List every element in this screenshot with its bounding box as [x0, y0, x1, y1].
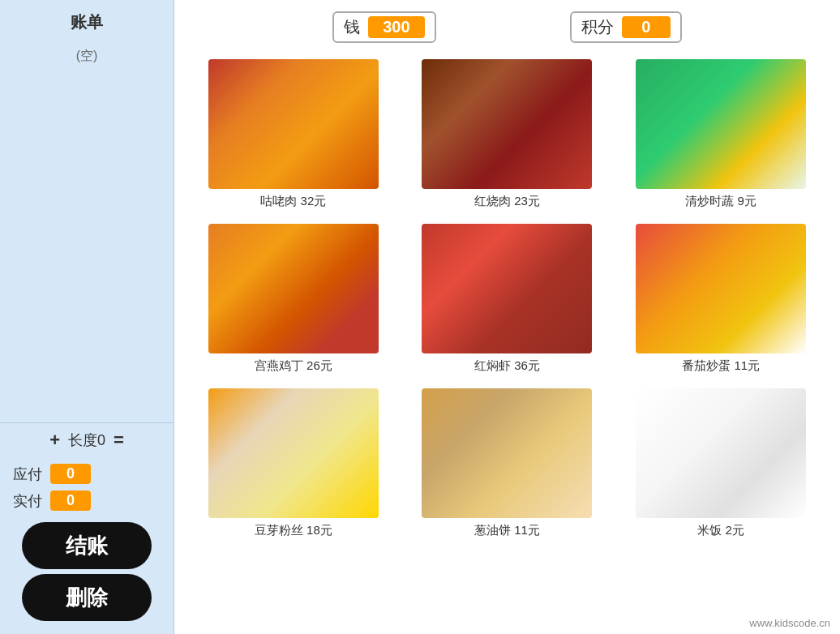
food-item-gongyan[interactable]: 宫燕鸡丁 26元 [191, 224, 396, 374]
food-name-gongyan: 宫燕鸡丁 26元 [255, 358, 332, 374]
food-name-gulu: 咕咾肉 32元 [260, 194, 326, 209]
food-image-fanqie [636, 224, 806, 353]
main-content: 钱 300 积分 0 咕咾肉 32元红烧肉 23元清炒时蔬 9元宫燕鸡丁 26元… [174, 0, 840, 634]
points-badge: 0 [622, 16, 671, 38]
sidebar-length-label: 长度0 [68, 431, 105, 450]
food-item-mifan[interactable]: 米饭 2元 [618, 388, 824, 538]
food-name-cong: 葱油饼 11元 [474, 523, 540, 538]
sidebar-pay-section: 应付 0 实付 0 [0, 457, 174, 517]
food-image-hongshao [422, 59, 592, 189]
food-item-fanqie[interactable]: 番茄炒蛋 11元 [618, 224, 824, 374]
sidebar-order-list [0, 65, 174, 422]
money-badge: 300 [368, 16, 424, 38]
points-section: 积分 0 [570, 11, 682, 43]
money-section: 钱 300 [332, 11, 435, 43]
food-grid: 咕咾肉 32元红烧肉 23元清炒时蔬 9元宫燕鸡丁 26元红焖虾 36元番茄炒蛋… [174, 51, 840, 569]
actual-label: 实付 [13, 491, 42, 511]
food-name-fanqie: 番茄炒蛋 11元 [682, 358, 760, 374]
food-image-douya [208, 388, 379, 518]
sidebar: 账单 (空) + 长度0 = 应付 0 实付 0 结账 删除 [0, 0, 174, 634]
food-image-hongmen [422, 224, 592, 353]
delete-button[interactable]: 删除 [22, 574, 152, 621]
food-image-gulu [208, 59, 379, 189]
money-label: 钱 [344, 16, 360, 38]
food-name-hongshao: 红烧肉 23元 [474, 194, 540, 209]
sidebar-length-row: + 长度0 = [0, 422, 174, 457]
actual-badge: 0 [50, 490, 91, 511]
food-item-gulu[interactable]: 咕咾肉 32元 [191, 59, 396, 209]
food-image-mifan [636, 388, 806, 518]
food-image-qingchao [636, 59, 806, 189]
food-image-cong [422, 388, 592, 518]
food-item-hongmen[interactable]: 红焖虾 36元 [405, 224, 611, 374]
actual-row: 实付 0 [13, 490, 161, 511]
food-image-gongyan [208, 224, 379, 353]
due-row: 应付 0 [13, 464, 161, 484]
food-item-douya[interactable]: 豆芽粉丝 18元 [191, 388, 396, 538]
food-name-mifan: 米饭 2元 [697, 523, 744, 538]
due-label: 应付 [13, 465, 42, 484]
food-name-douya: 豆芽粉丝 18元 [255, 523, 332, 538]
food-item-cong[interactable]: 葱油饼 11元 [405, 388, 611, 538]
checkout-button[interactable]: 结账 [22, 522, 152, 569]
sidebar-actions: 结账 删除 [0, 517, 174, 634]
food-item-qingchao[interactable]: 清炒时蔬 9元 [618, 59, 824, 209]
points-label: 积分 [581, 16, 614, 38]
due-badge: 0 [50, 464, 91, 484]
food-name-qingchao: 清炒时蔬 9元 [685, 194, 756, 209]
sidebar-empty: (空) [76, 48, 98, 65]
watermark: www.kidscode.cn [749, 617, 830, 629]
equals-icon: = [114, 430, 124, 451]
food-item-hongshao[interactable]: 红烧肉 23元 [405, 59, 611, 209]
food-name-hongmen: 红焖虾 36元 [474, 358, 540, 374]
plus-icon: + [49, 430, 60, 451]
top-bar: 钱 300 积分 0 [174, 0, 840, 51]
sidebar-title: 账单 [71, 11, 103, 33]
